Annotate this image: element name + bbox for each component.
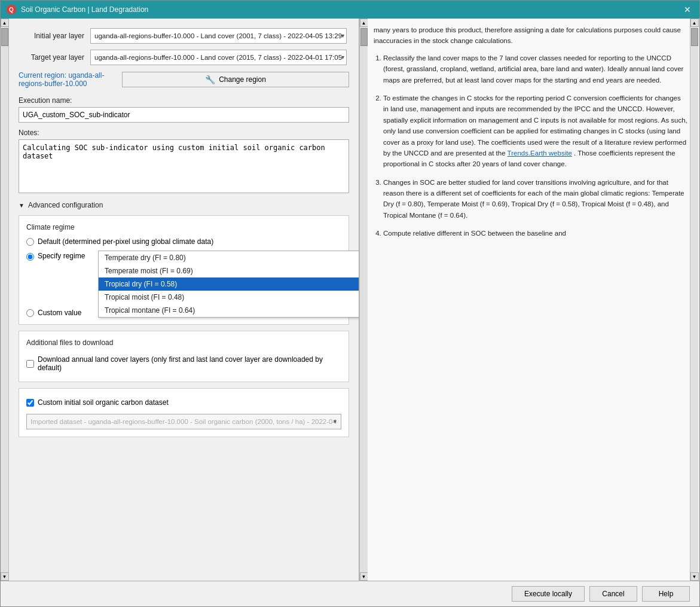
initial-year-label: Initial year layer bbox=[19, 32, 90, 40]
notes-label: Notes: bbox=[19, 129, 349, 137]
change-region-button[interactable]: 🔧 Change region bbox=[122, 72, 349, 87]
list-item-4: Compute relative different in SOC betwee… bbox=[383, 228, 687, 239]
right-panel-text: many years to produce this product, ther… bbox=[374, 25, 687, 239]
left-scrollbar[interactable]: ▲ ▼ bbox=[1, 19, 9, 581]
specify-regime-row: Specify regime Temperate dry (FI = 0.80)… bbox=[26, 251, 341, 261]
scroll-up-arrow[interactable]: ▲ bbox=[1, 19, 9, 27]
specify-radio-label: Specify regime bbox=[38, 252, 85, 260]
custom-soc-select-wrapper: Imported dataset - uganda-all-regions-bu… bbox=[26, 414, 341, 429]
execute-locally-button[interactable]: Execute locally bbox=[512, 586, 585, 602]
specify-radio[interactable] bbox=[26, 253, 34, 261]
far-right-scrollbar[interactable]: ▲ ▼ bbox=[690, 19, 698, 581]
app-icon: Q bbox=[7, 5, 16, 14]
region-row: Current region: uganda-all-regions-buffe… bbox=[19, 71, 349, 88]
list-item-1: Reclassify the land cover maps to the 7 … bbox=[383, 53, 687, 86]
custom-soc-title: Custom initial soil organic carbon datas… bbox=[38, 398, 169, 407]
notes-textarea[interactable] bbox=[19, 139, 349, 193]
advanced-config-header[interactable]: ▼ Advanced configuration bbox=[19, 201, 349, 209]
execution-name-section: Execution name: bbox=[19, 96, 349, 129]
custom-radio[interactable] bbox=[26, 309, 34, 317]
target-year-select[interactable]: uganda-all-regions-buffer-10.000 - Land … bbox=[90, 50, 347, 65]
title-bar-left: Q Soil Organic Carbon | Land Degradation bbox=[7, 5, 148, 14]
list-item-2: To estimate the changes in C stocks for … bbox=[383, 93, 687, 170]
notes-section: Notes: bbox=[19, 129, 349, 201]
default-radio[interactable] bbox=[26, 238, 34, 246]
target-year-label: Target year layer bbox=[19, 53, 90, 62]
intro-text: many years to produce this product, ther… bbox=[374, 25, 687, 47]
right-scroll-thumb[interactable] bbox=[360, 28, 368, 46]
default-radio-label: Default (determined per-pixel using glob… bbox=[38, 237, 213, 246]
dialog-title: Soil Organic Carbon | Land Degradation bbox=[21, 5, 148, 14]
target-year-select-wrapper: uganda-all-regions-buffer-10.000 - Land … bbox=[90, 50, 349, 65]
right-scroll-up[interactable]: ▲ bbox=[360, 19, 368, 27]
download-checkbox-label: Download annual land cover layers (only … bbox=[38, 355, 341, 372]
advanced-config-label: Advanced configuration bbox=[28, 201, 103, 209]
target-year-row: Target year layer uganda-all-regions-buf… bbox=[19, 50, 349, 65]
custom-soc-checkbox-row: Custom initial soil organic carbon datas… bbox=[26, 396, 341, 409]
download-checkbox-row: Download annual land cover layers (only … bbox=[26, 353, 341, 374]
climate-dropdown-menu: Temperate dry (FI = 0.80) Temperate mois… bbox=[98, 251, 359, 318]
right-panel-scrollbar[interactable]: ▲ ▼ bbox=[359, 19, 368, 581]
initial-year-select-wrapper: uganda-all-regions-buffer-10.000 - Land … bbox=[90, 28, 349, 44]
list-item-3: Changes in SOC are better studied for la… bbox=[383, 177, 687, 221]
right-panel-list: Reclassify the land cover maps to the 7 … bbox=[374, 53, 687, 239]
scroll-thumb-left[interactable] bbox=[1, 28, 8, 46]
additional-files-title: Additional files to download bbox=[26, 338, 341, 347]
dropdown-item-3[interactable]: Tropical moist (FI = 0.48) bbox=[99, 291, 359, 304]
dropdown-item-1[interactable]: Temperate moist (FI = 0.69) bbox=[99, 264, 359, 277]
right-panel: many years to produce this product, ther… bbox=[368, 19, 690, 581]
custom-soc-box: Custom initial soil organic carbon datas… bbox=[19, 388, 349, 437]
initial-year-row: Initial year layer uganda-all-regions-bu… bbox=[19, 28, 349, 44]
main-content: ▲ ▼ Initial year layer uganda-all-region… bbox=[1, 19, 699, 581]
far-right-scroll-thumb[interactable] bbox=[691, 28, 698, 46]
custom-soc-select[interactable]: Imported dataset - uganda-all-regions-bu… bbox=[26, 414, 341, 429]
close-button[interactable]: ✕ bbox=[681, 5, 693, 14]
wrench-icon: 🔧 bbox=[205, 75, 215, 84]
climate-regime-title: Climate regime bbox=[26, 223, 341, 231]
dropdown-item-2[interactable]: Tropical dry (FI = 0.58) bbox=[99, 277, 359, 291]
main-dialog: Q Soil Organic Carbon | Land Degradation… bbox=[0, 0, 700, 607]
title-bar: Q Soil Organic Carbon | Land Degradation… bbox=[1, 1, 699, 19]
download-checkbox[interactable] bbox=[26, 360, 34, 368]
help-button[interactable]: Help bbox=[642, 586, 690, 602]
left-panel: Initial year layer uganda-all-regions-bu… bbox=[9, 19, 359, 581]
collapse-triangle-icon: ▼ bbox=[19, 202, 25, 209]
scroll-down-arrow[interactable]: ▼ bbox=[1, 572, 9, 581]
current-region-text: Current region: uganda-all-regions-buffe… bbox=[19, 71, 122, 88]
climate-regime-box: Climate regime Default (determined per-p… bbox=[19, 215, 349, 325]
far-right-scroll-down[interactable]: ▼ bbox=[690, 572, 699, 581]
far-right-scroll-up[interactable]: ▲ bbox=[690, 19, 699, 27]
execution-name-input[interactable] bbox=[19, 107, 349, 123]
initial-year-select[interactable]: uganda-all-regions-buffer-10.000 - Land … bbox=[90, 28, 347, 44]
footer: Execute locally Cancel Help bbox=[1, 581, 699, 606]
dropdown-item-0[interactable]: Temperate dry (FI = 0.80) bbox=[99, 251, 359, 264]
execution-name-label: Execution name: bbox=[19, 96, 349, 105]
cancel-button[interactable]: Cancel bbox=[589, 586, 637, 602]
trends-earth-link[interactable]: Trends.Earth website bbox=[508, 150, 572, 157]
custom-radio-label: Custom value bbox=[38, 309, 81, 317]
right-scroll-down[interactable]: ▼ bbox=[360, 572, 368, 581]
default-radio-row: Default (determined per-pixel using glob… bbox=[26, 237, 341, 246]
custom-soc-checkbox[interactable] bbox=[26, 399, 34, 407]
dropdown-item-4[interactable]: Tropical montane (FI = 0.64) bbox=[99, 304, 359, 317]
additional-files-box: Additional files to download Download an… bbox=[19, 331, 349, 382]
right-panel-wrapper: many years to produce this product, ther… bbox=[368, 19, 699, 581]
